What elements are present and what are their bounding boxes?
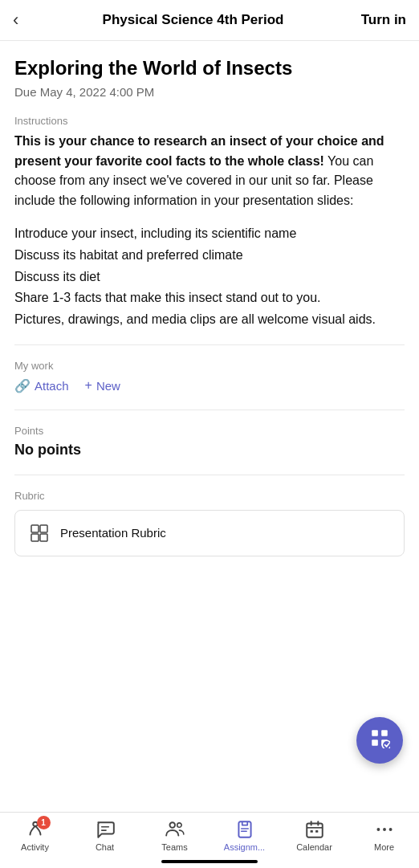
svg-rect-1 [40,525,47,532]
chat-label: Chat [96,842,114,852]
divider-2 [14,410,405,410]
bullet-4: Share 1-3 facts that make this insect st… [14,288,405,308]
svg-rect-22 [315,830,318,833]
nav-assignments[interactable]: Assignm... [221,819,269,852]
nav-activity[interactable]: 1 Activity [11,819,59,852]
svg-rect-5 [381,730,388,736]
chat-icon [95,819,116,840]
svg-point-24 [383,828,386,831]
my-work-section: My work 🔗 Attach + New [14,360,405,393]
rubric-grid-icon [28,522,51,544]
more-icon-wrap [374,819,395,840]
new-label: New [96,379,120,393]
bullet-5: Pictures, drawings, and media clips are … [14,310,405,330]
calendar-label: Calendar [296,842,332,852]
svg-point-25 [388,828,392,831]
bullet-2: Discuss its habitat and preferred climat… [14,246,405,266]
svg-point-12 [169,822,175,828]
fab-button[interactable] [356,717,403,764]
svg-rect-6 [372,740,378,746]
chat-icon-wrap [95,819,116,840]
teams-icon-wrap [165,819,185,840]
my-work-label: My work [14,360,405,372]
header: ‹ Physical Science 4th Period Turn in [0,0,419,41]
header-title: Physical Science 4th Period [25,12,360,28]
svg-rect-17 [307,823,323,837]
svg-rect-3 [40,534,47,541]
my-work-actions: 🔗 Attach + New [14,378,405,393]
nav-chat[interactable]: Chat [81,819,129,852]
points-label: Points [14,425,405,437]
instructions-label: Instructions [14,115,405,127]
home-indicator [161,860,258,863]
nav-more[interactable]: More [360,819,409,852]
attach-icon: 🔗 [14,378,31,393]
plus-icon: + [85,378,92,393]
more-icon [374,819,395,840]
calendar-icon [304,819,325,840]
rubric-name: Presentation Rubric [60,526,166,540]
svg-point-13 [177,823,181,827]
activity-icon-wrap: 1 [25,819,46,840]
svg-rect-21 [310,830,312,833]
attach-button[interactable]: 🔗 Attach [14,378,69,393]
teams-icon [165,819,185,840]
points-value: No points [14,442,405,458]
nav-teams[interactable]: Teams [151,819,199,852]
calendar-icon-wrap [304,819,325,840]
turn-in-button[interactable]: Turn in [361,12,406,28]
assignments-icon [234,819,255,840]
assignment-title: Exploring the World of Insects [14,57,405,80]
rubric-card[interactable]: Presentation Rubric [14,510,405,556]
nav-calendar[interactable]: Calendar [291,819,339,852]
svg-rect-2 [31,534,39,541]
assignments-label: Assignm... [224,842,265,852]
due-date: Due May 4, 2022 4:00 PM [14,85,405,99]
attach-label: Attach [35,379,69,393]
svg-rect-14 [238,821,250,837]
divider-1 [14,344,405,345]
svg-rect-4 [372,730,378,736]
main-content: Exploring the World of Insects Due May 4… [0,41,419,585]
teams-label: Teams [161,842,187,852]
points-section: Points No points [14,425,405,458]
more-label: More [374,842,394,852]
new-button[interactable]: + New [85,378,120,393]
bullet-3: Discuss its diet [14,267,405,287]
activity-badge: 1 [37,816,51,829]
divider-3 [14,475,405,475]
instructions-text: This is your chance to research an insec… [14,132,405,211]
fab-icon [369,727,390,753]
bullet-1: Introduce your insect, including its sci… [14,224,405,244]
rubric-label: Rubric [14,490,405,502]
rubric-section: Rubric Presentation Rubric [14,490,405,556]
svg-point-23 [376,828,380,831]
svg-rect-0 [31,525,39,532]
assignments-icon-wrap [234,819,255,840]
bullet-list: Introduce your insect, including its sci… [14,224,405,330]
activity-label: Activity [21,842,49,852]
back-button[interactable]: ‹ [13,11,18,29]
